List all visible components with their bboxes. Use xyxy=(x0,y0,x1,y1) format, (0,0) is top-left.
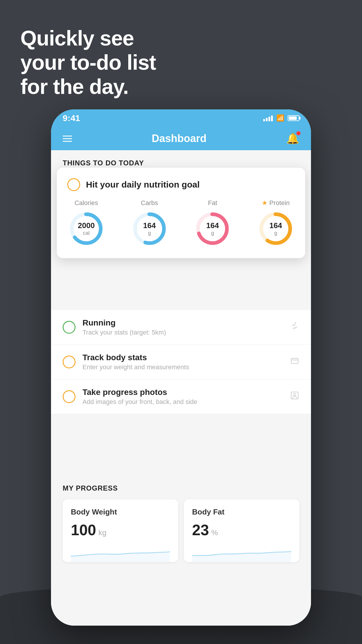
body-fat-chart xyxy=(192,545,291,562)
nutrition-grid: Calories 2000 cal Carbs xyxy=(67,199,295,248)
carbs-value: 164 xyxy=(143,221,156,230)
content-area: THINGS TO DO TODAY Hit your daily nutrit… xyxy=(51,150,311,626)
body-stats-desc: Enter your weight and measurements xyxy=(82,363,290,371)
todo-list: Running Track your stats (target: 5km) T… xyxy=(51,310,311,414)
hamburger-line xyxy=(63,136,72,136)
notification-dot xyxy=(296,131,301,135)
body-fat-value-row: 23 % xyxy=(192,521,291,539)
carbs-unit: g xyxy=(148,230,151,236)
running-desc: Track your stats (target: 5km) xyxy=(82,329,290,336)
running-icon xyxy=(290,321,299,333)
calories-value: 2000 xyxy=(78,221,95,230)
progress-photos-name: Take progress photos xyxy=(82,388,290,397)
progress-section: MY PROGRESS Body Weight 100 kg xyxy=(51,473,311,562)
calories-label: Calories xyxy=(75,199,98,207)
nutrition-fat: Fat 164 g xyxy=(194,199,231,248)
body-stats-name: Track body stats xyxy=(82,353,290,362)
body-weight-card[interactable]: Body Weight 100 kg xyxy=(63,499,178,562)
body-fat-value: 23 xyxy=(192,521,209,539)
status-icons: 📶 xyxy=(263,114,299,122)
body-weight-unit: kg xyxy=(99,528,106,537)
nutrition-carbs: Carbs 164 g xyxy=(131,199,168,248)
svg-point-10 xyxy=(294,393,296,396)
nav-title: Dashboard xyxy=(152,132,206,145)
protein-value: 164 xyxy=(269,221,282,230)
phone-frame: 9:41 📶 Dashboard 🔔 xyxy=(51,109,311,626)
body-weight-chart xyxy=(71,545,170,562)
notification-bell-icon[interactable]: 🔔 xyxy=(286,132,299,145)
calories-donut: 2000 cal xyxy=(67,210,105,248)
wifi-icon: 📶 xyxy=(276,114,284,122)
hamburger-menu[interactable] xyxy=(63,136,72,142)
fat-donut: 164 g xyxy=(194,210,231,248)
todo-body-stats[interactable]: Track body stats Enter your weight and m… xyxy=(51,345,311,379)
protein-unit: g xyxy=(274,230,277,236)
fat-unit: g xyxy=(211,230,214,236)
progress-photos-text: Take progress photos Add images of your … xyxy=(82,388,290,406)
card-title: Hit your daily nutrition goal xyxy=(86,180,200,190)
nutrition-protein: ★ Protein 164 g xyxy=(257,199,295,248)
signal-icon xyxy=(263,115,273,121)
body-stats-text: Track body stats Enter your weight and m… xyxy=(82,353,290,371)
hamburger-line xyxy=(63,141,72,142)
carbs-donut: 164 g xyxy=(131,210,168,248)
nutrition-calories: Calories 2000 cal xyxy=(67,199,105,248)
todo-progress-photos[interactable]: Take progress photos Add images of your … xyxy=(51,379,311,414)
body-fat-title: Body Fat xyxy=(192,508,291,517)
todo-running[interactable]: Running Track your stats (target: 5km) xyxy=(51,310,311,345)
body-weight-value-row: 100 kg xyxy=(71,521,170,539)
calories-unit: cal xyxy=(83,230,89,236)
hamburger-line xyxy=(63,138,72,139)
battery-icon xyxy=(288,115,299,121)
things-section-title: THINGS TO DO TODAY xyxy=(63,159,144,167)
body-stats-checkbox[interactable] xyxy=(63,356,75,368)
status-time: 9:41 xyxy=(63,113,80,123)
fat-value: 164 xyxy=(206,221,219,230)
protein-donut: 164 g xyxy=(257,210,295,248)
progress-grid: Body Weight 100 kg Body Fat xyxy=(63,499,299,562)
carbs-label: Carbs xyxy=(141,199,158,207)
hero-text: Quickly see your to-do list for the day. xyxy=(20,26,156,99)
svg-rect-8 xyxy=(291,358,298,363)
running-text: Running Track your stats (target: 5km) xyxy=(82,318,290,336)
fat-label: Fat xyxy=(208,199,217,207)
card-checkbox[interactable] xyxy=(67,178,80,191)
running-checkbox[interactable] xyxy=(63,321,75,334)
progress-photos-checkbox[interactable] xyxy=(63,390,75,403)
progress-section-title: MY PROGRESS xyxy=(63,484,299,492)
star-icon: ★ xyxy=(262,199,268,207)
card-header-row: Hit your daily nutrition goal xyxy=(67,178,295,191)
nutrition-card: Hit your daily nutrition goal Calories 2… xyxy=(57,168,305,258)
status-bar: 9:41 📶 xyxy=(51,109,311,127)
body-fat-card[interactable]: Body Fat 23 % xyxy=(184,499,299,562)
progress-photos-desc: Add images of your front, back, and side xyxy=(82,398,290,406)
body-weight-value: 100 xyxy=(71,521,96,539)
body-weight-title: Body Weight xyxy=(71,508,170,517)
running-name: Running xyxy=(82,318,290,328)
person-photo-icon xyxy=(290,391,299,402)
nav-bar: Dashboard 🔔 xyxy=(51,127,311,150)
protein-label: ★ Protein xyxy=(262,199,290,207)
body-fat-unit: % xyxy=(211,528,218,537)
scale-icon xyxy=(290,356,299,368)
